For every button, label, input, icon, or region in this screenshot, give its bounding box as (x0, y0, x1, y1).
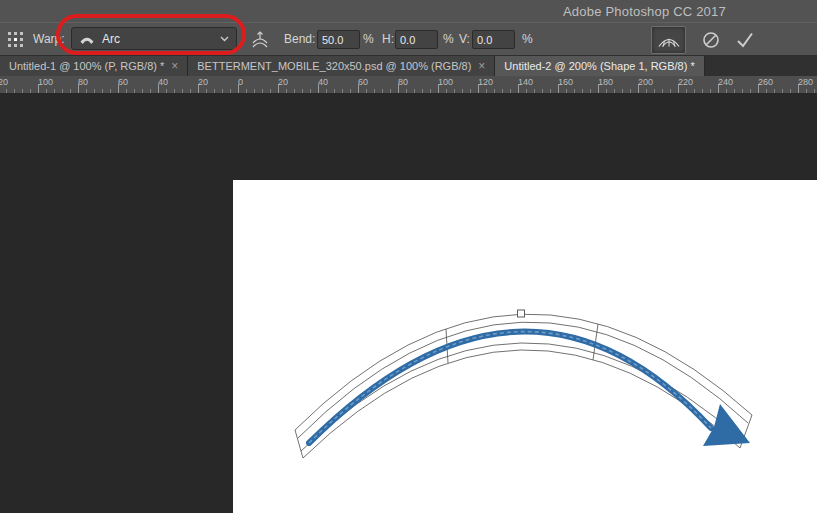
warp-style-value: Arc (102, 32, 120, 46)
photoshop-window: Adobe Photoshop CC 2017 Warp: Arc (0, 0, 817, 513)
canvas-workspace (0, 94, 817, 513)
bend-unit: % (363, 32, 374, 46)
bend-label: Bend: (284, 32, 315, 46)
ruler-label: 180 (598, 77, 613, 87)
close-icon[interactable]: × (171, 60, 178, 72)
ruler-label: 40 (318, 77, 328, 87)
ruler-label: 80 (78, 77, 88, 87)
document-tab-bar: Untitled-1 @ 100% (P, RGB/8) * × BETTERM… (0, 56, 817, 76)
horizontal-ruler[interactable]: 2010080604020020406080100120140160180200… (0, 76, 817, 94)
cancel-icon (701, 30, 721, 50)
tab-untitled-2[interactable]: Untitled-2 @ 200% (Shape 1, RGB/8) * (495, 56, 704, 76)
ruler-label: 220 (678, 77, 693, 87)
app-title: Adobe Photoshop CC 2017 (563, 4, 726, 19)
tab-label: BETTERMENT_MOBILE_320x50.psd @ 100% (RGB… (197, 60, 471, 72)
ruler-label: 20 (198, 77, 208, 87)
reference-point-grid-icon[interactable] (5, 29, 25, 49)
h-distortion-input[interactable] (395, 30, 438, 49)
warp-style-dropdown[interactable]: Arc (71, 27, 237, 50)
cancel-transform-button[interactable] (697, 28, 725, 52)
tab-untitled-1[interactable]: Untitled-1 @ 100% (P, RGB/8) * × (0, 56, 188, 76)
ruler-label: 100 (38, 77, 53, 87)
ruler-label: 240 (718, 77, 733, 87)
ruler-label: 160 (558, 77, 573, 87)
v-distortion-label: V: (459, 32, 470, 46)
ruler-label: 0 (238, 77, 243, 87)
warp-handle[interactable] (518, 310, 525, 317)
tab-label: Untitled-2 @ 200% (Shape 1, RGB/8) * (504, 60, 694, 72)
bend-input[interactable] (317, 30, 360, 49)
ruler-label: 60 (118, 77, 128, 87)
ruler-label: 60 (358, 77, 368, 87)
warp-mesh (295, 314, 752, 458)
ruler-label: 20 (278, 77, 288, 87)
ruler-label: 80 (398, 77, 408, 87)
h-unit: % (443, 32, 454, 46)
ruler-label: 140 (518, 77, 533, 87)
options-bar: Warp: Arc Bend: % (0, 23, 817, 56)
warped-arrow-shape (309, 332, 750, 446)
ruler-label: 200 (638, 77, 653, 87)
v-unit: % (522, 32, 533, 46)
ruler-label: 40 (158, 77, 168, 87)
commit-check-icon (735, 31, 755, 49)
warp-grid-icon (657, 32, 681, 48)
title-bar: Adobe Photoshop CC 2017 (0, 0, 817, 23)
commit-transform-button[interactable] (731, 28, 759, 52)
ruler-label: 260 (758, 77, 773, 87)
ruler-label: 100 (438, 77, 453, 87)
warp-mode-toggle-button[interactable] (651, 26, 686, 54)
ruler-label: 120 (478, 77, 493, 87)
ruler-label: 280 (798, 77, 813, 87)
tab-betterment-mobile[interactable]: BETTERMENT_MOBILE_320x50.psd @ 100% (RGB… (188, 56, 495, 76)
v-distortion-input[interactable] (472, 30, 515, 49)
warp-label: Warp: (33, 32, 65, 46)
close-icon[interactable]: × (478, 60, 485, 72)
tab-label: Untitled-1 @ 100% (P, RGB/8) * (9, 60, 164, 72)
h-distortion-label: H: (382, 32, 394, 46)
document-canvas[interactable] (233, 180, 817, 513)
chevron-down-icon (220, 36, 229, 42)
arc-style-icon (79, 32, 95, 45)
warp-orientation-button[interactable] (246, 27, 273, 52)
ruler-label: 20 (0, 77, 8, 87)
